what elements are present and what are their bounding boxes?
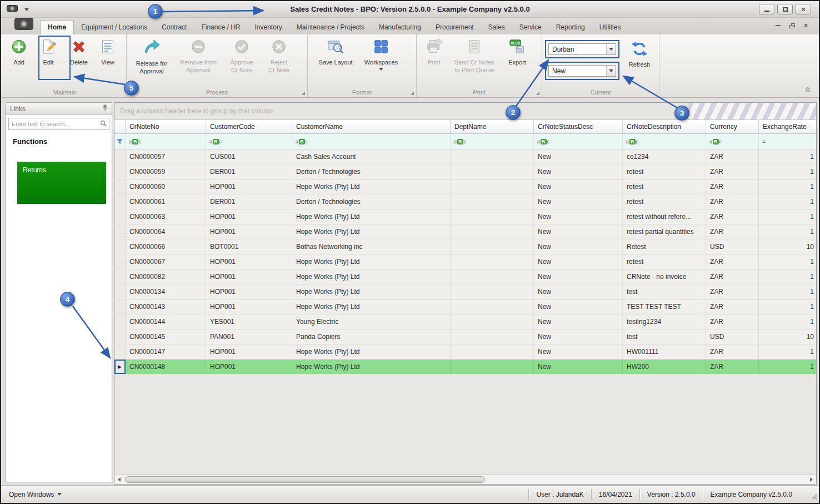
cell-crnoteno[interactable]: CN0000061	[126, 194, 206, 209]
cell-currency[interactable]: ZAR	[706, 285, 759, 299]
tab-equipment-locations[interactable]: Equipment / Locations	[74, 21, 154, 34]
row-indicator[interactable]	[114, 209, 126, 224]
cell-deptname[interactable]	[451, 194, 534, 209]
column-header-customername[interactable]: CustomerName	[292, 120, 451, 134]
cell-exchangerate[interactable]: 1	[759, 255, 817, 269]
column-header-crnotedescription[interactable]: CrNoteDescription	[623, 120, 706, 134]
table-row[interactable]: CN0000061DER001Derton / TechnologiesNewr…	[114, 194, 816, 209]
tab-home[interactable]: Home	[40, 20, 74, 34]
refresh-button[interactable]: Refresh	[623, 39, 656, 69]
status-dropdown-button[interactable]	[606, 66, 616, 76]
tab-service[interactable]: Service	[512, 21, 549, 34]
pin-icon[interactable]	[102, 104, 108, 113]
mdi-restore-icon[interactable]	[789, 23, 795, 28]
process-dialog-launcher[interactable]	[302, 92, 305, 95]
cell-currency[interactable]: ZAR	[706, 360, 759, 374]
app-menu-button[interactable]	[14, 18, 33, 32]
tab-inventory[interactable]: Inventory	[247, 21, 289, 34]
maximize-button[interactable]	[777, 4, 793, 14]
cell-crnoteno[interactable]: CN0000143	[126, 300, 206, 314]
cell-deptname[interactable]	[451, 239, 534, 254]
filter-cell-crnotestatusdesc[interactable]: aBc	[534, 134, 623, 149]
search-icon[interactable]	[100, 119, 107, 129]
cell-crnoteno[interactable]: CN0000134	[126, 285, 206, 299]
table-row[interactable]: CN0000060HOP001Hope Works (Pty) LtdNewre…	[114, 179, 816, 194]
cell-deptname[interactable]	[451, 255, 534, 269]
row-indicator[interactable]	[114, 285, 126, 299]
cell-deptname[interactable]	[451, 330, 534, 344]
cell-customercode[interactable]: YES001	[206, 315, 292, 329]
column-header-crnotestatusdesc[interactable]: CrNoteStatusDesc	[534, 120, 623, 134]
table-row[interactable]: CN0000067HOP001Hope Works (Pty) LtdNewre…	[114, 255, 816, 270]
tab-manufacturing[interactable]: Manufacturing	[372, 21, 428, 34]
cell-crnotestatusdesc[interactable]: New	[534, 194, 623, 209]
cell-customername[interactable]: Derton / Technologies	[292, 194, 451, 209]
cell-crnotedescription[interactable]: retest	[623, 194, 706, 209]
cell-currency[interactable]: USD	[706, 239, 759, 254]
cell-deptname[interactable]	[451, 270, 534, 284]
cell-customername[interactable]: Hope Works (Pty) Ltd	[292, 300, 451, 314]
row-indicator[interactable]	[114, 164, 126, 179]
cell-crnotestatusdesc[interactable]: New	[534, 285, 623, 299]
cell-crnoteno[interactable]: CN0000147	[126, 345, 206, 359]
cell-currency[interactable]: USD	[706, 330, 759, 344]
cell-exchangerate[interactable]: 1	[759, 300, 817, 314]
cell-crnotestatusdesc[interactable]: New	[534, 149, 623, 164]
tab-finance-hr[interactable]: Finance / HR	[194, 21, 247, 34]
group-by-panel[interactable]: Drag a column header here to group by th…	[114, 103, 816, 119]
table-row[interactable]: CN0000144YES001Young ElectricNewtesting1…	[114, 315, 816, 330]
table-row[interactable]: CN0000057CUS001Cash Sales AccountNewco12…	[114, 149, 816, 164]
cell-currency[interactable]: ZAR	[706, 179, 759, 194]
cell-crnoteno[interactable]: CN0000059	[126, 164, 206, 179]
cell-crnotedescription[interactable]: test	[623, 330, 706, 344]
cell-crnotedescription[interactable]: test	[623, 285, 706, 299]
cell-crnoteno[interactable]: CN0000082	[126, 270, 206, 284]
cell-deptname[interactable]	[451, 224, 534, 239]
save-layout-button[interactable]: Save Layout	[313, 37, 358, 67]
row-indicator[interactable]	[114, 345, 126, 359]
cell-customercode[interactable]: HOP001	[206, 224, 292, 239]
cell-customername[interactable]: Hope Works (Pty) Ltd	[292, 224, 451, 239]
cell-customername[interactable]: Cash Sales Account	[292, 149, 451, 164]
table-row[interactable]: CN0000064HOP001Hope Works (Pty) LtdNewre…	[114, 224, 816, 239]
row-indicator[interactable]	[114, 330, 126, 344]
cell-customercode[interactable]: DER001	[206, 164, 292, 179]
print-dialog-launcher[interactable]	[536, 92, 539, 95]
row-indicator[interactable]	[114, 194, 126, 209]
cell-customername[interactable]: Hope Works (Pty) Ltd	[292, 270, 451, 284]
site-dropdown-button[interactable]	[606, 44, 616, 54]
cell-crnoteno[interactable]: CN0000144	[126, 315, 206, 329]
cell-deptname[interactable]	[451, 149, 534, 164]
table-row[interactable]: CN0000066BOT0001Bothas Networking incNew…	[114, 239, 816, 255]
cell-crnoteno[interactable]: CN0000067	[126, 255, 206, 269]
column-header-exchangerate[interactable]: ExchangeRate	[759, 120, 817, 134]
cell-crnotestatusdesc[interactable]: New	[534, 330, 623, 344]
column-header-customercode[interactable]: CustomerCode	[206, 120, 292, 134]
cell-customername[interactable]: Hope Works (Pty) Ltd	[292, 360, 451, 374]
open-windows-button[interactable]: Open Windows	[1, 491, 62, 498]
cell-deptname[interactable]	[451, 209, 534, 224]
tab-procurement[interactable]: Procurement	[428, 21, 481, 34]
row-indicator[interactable]	[114, 315, 126, 329]
cell-customername[interactable]: Hope Works (Pty) Ltd	[292, 209, 451, 224]
returns-function-tile[interactable]: Returns	[17, 162, 106, 204]
row-indicator[interactable]	[114, 179, 126, 194]
cell-crnotedescription[interactable]: retest	[623, 255, 706, 269]
cell-currency[interactable]: ZAR	[706, 300, 759, 314]
cell-crnoteno[interactable]: CN0000148	[126, 360, 206, 374]
row-indicator[interactable]	[114, 300, 126, 314]
table-row[interactable]: ▶CN0000148HOP001Hope Works (Pty) LtdNewH…	[114, 360, 816, 375]
cell-exchangerate[interactable]: 1	[759, 194, 817, 209]
workspaces-dropdown-icon[interactable]	[379, 68, 383, 71]
cell-deptname[interactable]	[451, 285, 534, 299]
cell-exchangerate[interactable]: 1	[759, 270, 817, 284]
column-header-currency[interactable]: Currency	[706, 120, 759, 134]
cell-exchangerate[interactable]: 1	[759, 209, 817, 224]
tab-sales[interactable]: Sales	[481, 21, 512, 34]
column-header-deptname[interactable]: DeptName	[451, 120, 534, 134]
table-row[interactable]: CN0000143HOP001Hope Works (Pty) LtdNewTE…	[114, 300, 816, 315]
filter-cell-customername[interactable]: aBc	[292, 134, 451, 149]
filter-cell-deptname[interactable]: aBc	[451, 134, 534, 149]
cell-crnotestatusdesc[interactable]: New	[534, 315, 623, 329]
cell-crnotestatusdesc[interactable]: New	[534, 239, 623, 254]
